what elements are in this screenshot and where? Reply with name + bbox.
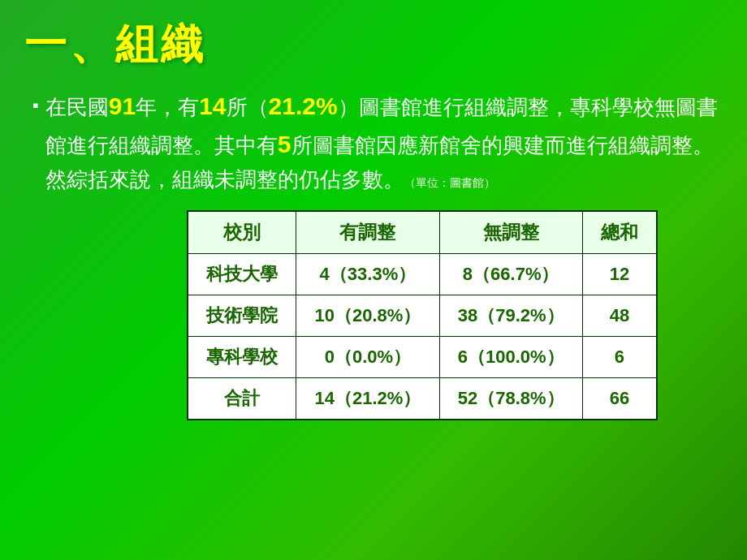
- col-header-adjusted: 有調整: [296, 211, 439, 254]
- col-header-school: 校別: [188, 211, 296, 254]
- header-row: 校別 有調整 無調整 總和: [188, 211, 657, 254]
- unit-note: （單位：圖書館）: [404, 176, 495, 189]
- col-header-not-adjusted: 無調整: [439, 211, 582, 254]
- cell-3-0: 合計: [188, 378, 296, 420]
- bullet-icon: ▪: [32, 92, 39, 119]
- count1-highlight: 14: [199, 93, 226, 119]
- cell-0-1: 4（33.3%）: [296, 254, 439, 295]
- table-wrapper: 校別 有調整 無調整 總和 科技大學4（33.3%）8（66.7%）12技術學院…: [187, 210, 723, 420]
- cell-2-0: 專科學校: [188, 337, 296, 378]
- cell-1-0: 技術學院: [188, 295, 296, 337]
- bullet-text: 在民國91年，有14所（21.2%）圖書館進行組織調整，專科學校無圖書館進行組織…: [45, 88, 723, 196]
- table-row: 專科學校0（0.0%）6（100.0%）6: [188, 337, 657, 378]
- cell-1-3: 48: [582, 295, 657, 337]
- data-table: 校別 有調整 無調整 總和 科技大學4（33.3%）8（66.7%）12技術學院…: [187, 210, 658, 420]
- cell-0-3: 12: [582, 254, 657, 295]
- cell-3-3: 66: [582, 378, 657, 420]
- cell-0-2: 8（66.7%）: [439, 254, 582, 295]
- table-row: 技術學院10（20.8%）38（79.2%）48: [188, 295, 657, 337]
- text-prefix: 在民國: [45, 95, 109, 119]
- table-body: 科技大學4（33.3%）8（66.7%）12技術學院10（20.8%）38（79…: [188, 254, 657, 420]
- col-header-total: 總和: [582, 211, 657, 254]
- table-row: 科技大學4（33.3%）8（66.7%）12: [188, 254, 657, 295]
- cell-2-1: 0（0.0%）: [296, 337, 439, 378]
- pct1-highlight: 21.2%: [269, 93, 338, 119]
- cell-1-2: 38（79.2%）: [439, 295, 582, 337]
- bullet-section: ▪ 在民國91年，有14所（21.2%）圖書館進行組織調整，專科學校無圖書館進行…: [24, 88, 723, 196]
- cell-0-0: 科技大學: [188, 254, 296, 295]
- cell-2-3: 6: [582, 337, 657, 378]
- table-row: 合計14（21.2%）52（78.8%）66: [188, 378, 657, 420]
- year-highlight: 91: [109, 93, 136, 119]
- cell-1-1: 10（20.8%）: [296, 295, 439, 337]
- page-title: 一、組織: [24, 16, 723, 73]
- text2: 所（: [227, 95, 269, 119]
- page-container: 一、組織 ▪ 在民國91年，有14所（21.2%）圖書館進行組織調整，專科學校無…: [0, 0, 747, 560]
- count2-highlight: 5: [278, 131, 291, 157]
- cell-3-2: 52（78.8%）: [439, 378, 582, 420]
- text1: 年，有: [136, 95, 199, 119]
- cell-3-1: 14（21.2%）: [296, 378, 439, 420]
- cell-2-2: 6（100.0%）: [439, 337, 582, 378]
- table-header: 校別 有調整 無調整 總和: [188, 211, 657, 254]
